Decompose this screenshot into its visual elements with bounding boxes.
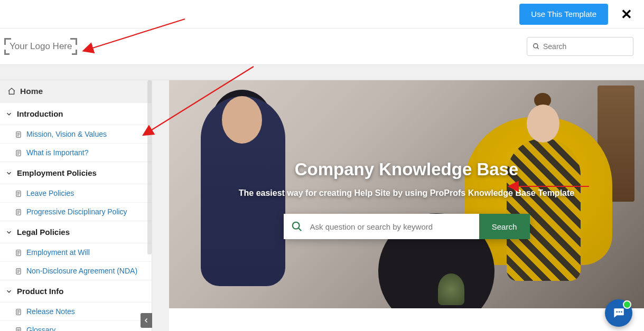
document-icon (15, 209, 22, 216)
hero-search-input[interactable] (310, 222, 472, 231)
sidebar-page-label: What is Important? (26, 148, 89, 157)
hero-title: Company Knowledge Base (295, 159, 519, 179)
content-area: Company Knowledge Base The easiest way f… (152, 80, 644, 331)
sidebar-page-mission[interactable]: Mission, Vision & Values (0, 125, 152, 144)
sidebar-page-label: Non-Disclosure Agreement (NDA) (26, 267, 137, 275)
document-icon (15, 327, 22, 332)
sidebar-page-disciplinary[interactable]: Progressive Disciplinary Policy (0, 203, 152, 221)
close-icon[interactable]: ✕ (619, 5, 634, 23)
home-icon (7, 87, 16, 96)
header-search-input[interactable] (543, 42, 636, 51)
hero-search-button[interactable]: Search (479, 214, 530, 239)
document-icon (15, 131, 22, 138)
sidebar: Home Introduction Mission, Vision & Valu… (0, 80, 152, 331)
sidebar-scrollbar[interactable] (147, 80, 152, 254)
sidebar-section-label: Legal Policies (17, 228, 70, 237)
chat-launcher[interactable] (605, 299, 632, 327)
svg-line-1 (537, 48, 539, 49)
svg-point-37 (619, 311, 620, 313)
hero-banner: Company Knowledge Base The easiest way f… (169, 80, 644, 308)
sidebar-home[interactable]: Home (0, 80, 152, 103)
chevron-down-icon (5, 229, 13, 236)
sidebar-page-leave[interactable]: Leave Policies (0, 184, 152, 203)
content-gutter (152, 80, 169, 331)
sidebar-page-label: Leave Policies (26, 189, 74, 197)
document-icon (15, 249, 22, 257)
chevron-down-icon (5, 288, 13, 295)
svg-point-0 (534, 44, 538, 48)
sidebar-section-label: Employment Policies (17, 168, 97, 177)
sidebar-section-product[interactable]: Product Info (0, 280, 152, 302)
main-area: Home Introduction Mission, Vision & Valu… (0, 80, 644, 331)
top-banner: Use This Template ✕ (0, 0, 644, 28)
sidebar-home-label: Home (20, 87, 43, 96)
chevron-down-icon (5, 110, 13, 118)
document-icon (15, 308, 22, 316)
chevron-down-icon (5, 169, 13, 177)
logo-placeholder[interactable]: Your Logo Here (7, 40, 74, 53)
sidebar-section-label: Product Info (17, 287, 63, 296)
header-row: Your Logo Here (0, 28, 644, 65)
document-icon (15, 268, 22, 275)
svg-point-34 (292, 222, 299, 229)
sidebar-section-introduction[interactable]: Introduction (0, 103, 152, 125)
hero-subtitle: The easiest way for creating Help Site b… (239, 187, 574, 199)
toolbar-spacer (0, 65, 644, 80)
sidebar-page-label: Mission, Vision & Values (26, 130, 107, 138)
svg-line-35 (298, 228, 301, 231)
svg-point-38 (621, 311, 622, 313)
search-icon (533, 43, 540, 50)
sidebar-page-label: Employment at Will (26, 248, 90, 257)
sidebar-page-label: Progressive Disciplinary Policy (26, 207, 127, 216)
svg-point-36 (616, 311, 618, 313)
header-search[interactable] (527, 37, 633, 56)
sidebar-page-label: Release Notes (26, 307, 75, 316)
sidebar-page-release[interactable]: Release Notes (0, 302, 152, 321)
sidebar-page-glossary[interactable]: Glossary (0, 321, 152, 331)
document-icon (15, 149, 22, 157)
sidebar-page-nda[interactable]: Non-Disclosure Agreement (NDA) (0, 262, 152, 280)
logo-placeholder-label: Your Logo Here (10, 41, 72, 51)
hero-search: Search (284, 214, 530, 239)
sidebar-section-label: Introduction (17, 109, 63, 118)
document-icon (15, 190, 22, 197)
search-icon (291, 221, 303, 232)
sidebar-collapse-handle[interactable] (141, 313, 152, 328)
sidebar-page-label: Glossary (26, 326, 55, 331)
use-template-button[interactable]: Use This Template (519, 4, 608, 25)
sidebar-page-important[interactable]: What is Important? (0, 144, 152, 162)
sidebar-page-at-will[interactable]: Employment at Will (0, 243, 152, 262)
sidebar-section-legal[interactable]: Legal Policies (0, 221, 152, 243)
sidebar-section-employment[interactable]: Employment Policies (0, 162, 152, 184)
